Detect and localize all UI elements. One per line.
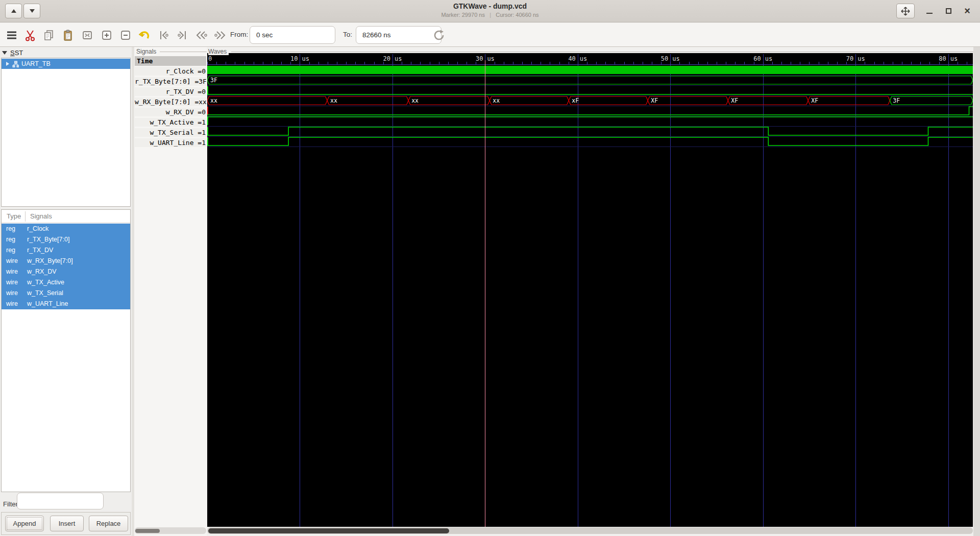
cut-button[interactable] xyxy=(22,28,38,43)
waveform-svg[interactable]: 010us20us30us40us50us60us70us80us3Fxxxxx… xyxy=(207,53,973,527)
svg-text:60: 60 xyxy=(753,55,761,62)
signal-list-row[interactable]: regr_TX_Byte[7:0] xyxy=(2,234,130,245)
from-input[interactable] xyxy=(250,26,335,44)
maximize-button[interactable] xyxy=(941,4,956,18)
signal-list-row[interactable]: wirew_UART_Line xyxy=(2,299,130,309)
insert-button[interactable]: Insert xyxy=(50,516,84,531)
signal-name-row[interactable]: w_TX_Active =1 xyxy=(135,118,206,127)
window-title: GTKWave - dump.vcd xyxy=(0,2,980,10)
signal-type: wire xyxy=(6,257,18,264)
svg-text:xF: xF xyxy=(572,97,579,104)
svg-text:us: us xyxy=(857,55,865,62)
zoom-out-button[interactable] xyxy=(118,28,133,43)
signal-list-row[interactable]: wirew_TX_Active xyxy=(2,277,130,288)
signal-type: wire xyxy=(6,289,18,297)
paste-button[interactable] xyxy=(60,28,76,43)
time-header[interactable]: Time xyxy=(135,56,206,66)
expander-open-icon xyxy=(2,51,7,55)
wave-canvas[interactable]: 010us20us30us40us50us60us70us80us3Fxxxxx… xyxy=(207,53,973,527)
next-edge-button[interactable] xyxy=(213,28,228,43)
zoom-fit-button[interactable] xyxy=(80,28,95,43)
signal-type: reg xyxy=(6,247,15,254)
prev-edge-icon xyxy=(194,29,208,41)
cursor-readout: Cursor: 40660 ns xyxy=(496,12,538,18)
names-hscrollbar[interactable] xyxy=(135,527,206,534)
signal-list-header[interactable]: Type Signals xyxy=(2,210,130,223)
signal-type: wire xyxy=(6,300,18,307)
frame-line xyxy=(160,52,207,52)
svg-text:us: us xyxy=(672,55,679,62)
frame-line xyxy=(231,52,974,52)
module-icon xyxy=(12,61,19,67)
filter-input[interactable] xyxy=(17,493,104,509)
signal-name-row[interactable]: r_TX_Byte[7:0] =3F xyxy=(135,77,206,86)
signal-name-row[interactable]: r_Clock =0 xyxy=(135,67,206,76)
to-label: To: xyxy=(343,31,352,38)
signal-names-panel: Signals Time r_Clock =0r_TX_Byte[7:0] =3… xyxy=(134,47,207,536)
signal-name-row[interactable]: r_TX_DV =0 xyxy=(135,87,206,96)
reload-button[interactable] xyxy=(431,28,447,43)
copy-button[interactable] xyxy=(41,28,57,43)
prev-edge-button[interactable] xyxy=(193,28,209,43)
svg-text:xx: xx xyxy=(493,97,500,104)
col-header-signals: Signals xyxy=(30,212,52,220)
replace-button[interactable]: Replace xyxy=(89,516,128,531)
reload-icon xyxy=(432,29,446,42)
signal-list-row[interactable]: regr_TX_DV xyxy=(2,245,130,256)
signal-list-row[interactable]: wirew_TX_Serial xyxy=(2,288,130,299)
minimize-button[interactable] xyxy=(922,4,937,18)
signal-name-row[interactable]: w_TX_Serial =1 xyxy=(135,128,206,137)
svg-text:xx: xx xyxy=(411,97,419,104)
waves-frame-label: Waves xyxy=(208,48,229,55)
waves-hscrollbar-thumb[interactable] xyxy=(208,528,449,533)
signal-name: w_UART_Line xyxy=(27,300,68,307)
signal-name-row[interactable]: w_RX_DV =0 xyxy=(135,108,206,116)
signal-list-row[interactable]: wirew_RX_Byte[7:0] xyxy=(2,256,130,266)
svg-text:us: us xyxy=(765,55,772,62)
svg-text:XF: XF xyxy=(651,97,658,104)
signals-frame-label: Signals xyxy=(136,48,158,55)
move-button[interactable] xyxy=(896,4,915,18)
svg-text:40: 40 xyxy=(568,55,575,62)
signal-name-row[interactable]: w_RX_Byte[7:0] =xx xyxy=(135,98,206,106)
signal-name-row[interactable]: w_UART_Line =1 xyxy=(135,138,206,147)
svg-text:20: 20 xyxy=(383,55,390,62)
undo-button[interactable] xyxy=(136,28,152,43)
waves-vscrollbar[interactable] xyxy=(973,47,980,536)
signal-type: wire xyxy=(6,268,18,275)
signal-list-row[interactable]: wirew_RX_DV xyxy=(2,266,130,277)
next-edge-icon xyxy=(214,29,227,41)
go-to-end-button[interactable] xyxy=(175,28,190,43)
to-input[interactable] xyxy=(356,26,442,44)
move-icon xyxy=(901,7,910,16)
menu-button[interactable] xyxy=(4,28,19,43)
svg-text:xx: xx xyxy=(330,97,337,104)
title-bar: GTKWave - dump.vcd Marker: 29970 ns | Cu… xyxy=(0,0,980,22)
menu-icon xyxy=(6,31,17,40)
svg-text:us: us xyxy=(950,55,958,62)
sst-tree[interactable]: UART_TB xyxy=(1,58,131,207)
append-button[interactable]: Append xyxy=(5,516,44,531)
copy-icon xyxy=(43,29,55,41)
waves-hscrollbar[interactable] xyxy=(207,527,973,534)
svg-text:70: 70 xyxy=(846,55,853,62)
close-icon: × xyxy=(964,5,970,17)
go-to-start-button[interactable] xyxy=(156,28,172,43)
sst-expander[interactable]: SST xyxy=(2,48,23,57)
main-toolbar: From: To: xyxy=(0,23,980,47)
paste-icon xyxy=(62,29,74,41)
svg-text:XF: XF xyxy=(811,97,818,104)
svg-text:0: 0 xyxy=(208,55,212,62)
tree-item-uart-tb[interactable]: UART_TB xyxy=(2,59,130,69)
svg-text:80: 80 xyxy=(939,55,946,62)
signal-name: r_Clock xyxy=(27,225,48,232)
signal-list-row[interactable]: regr_Clock xyxy=(2,224,130,234)
names-hscrollbar-thumb[interactable] xyxy=(135,529,160,533)
close-button[interactable]: × xyxy=(960,4,975,18)
sst-sidebar: SST UART_TB Type Signals regr_Clockregr_ xyxy=(0,47,132,536)
zoom-in-button[interactable] xyxy=(99,28,114,43)
minimize-icon xyxy=(926,13,933,14)
signal-name: w_TX_Serial xyxy=(27,289,63,297)
svg-text:3F: 3F xyxy=(210,77,217,84)
expander-closed-icon xyxy=(6,62,9,66)
